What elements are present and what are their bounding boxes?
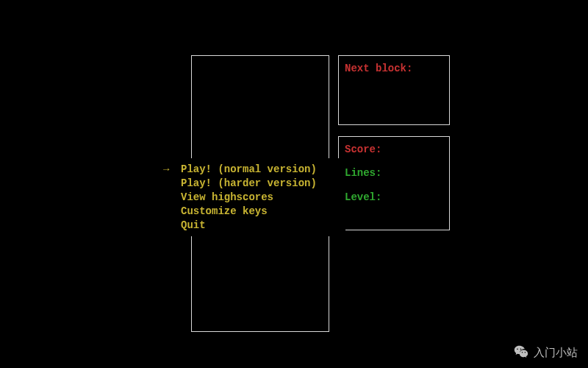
menu-item-play-normal[interactable]: → Play! (normal version) xyxy=(160,163,341,177)
menu-item-customize-keys[interactable]: → Customize keys xyxy=(160,205,341,219)
watermark-text: 入门小站 xyxy=(534,346,578,360)
menu-item-label: Play! (harder version) xyxy=(181,177,317,191)
menu-item-quit[interactable]: → Quit xyxy=(160,219,341,233)
score-label: Score: xyxy=(345,141,443,158)
next-block-label: Next block: xyxy=(345,63,412,74)
selection-arrow-icon: → xyxy=(160,163,181,177)
main-menu: → Play! (normal version) → Play! (harder… xyxy=(156,158,345,236)
menu-item-highscores[interactable]: → View highscores xyxy=(160,191,341,205)
chat-icon xyxy=(513,344,529,361)
level-label: Level: xyxy=(345,189,443,205)
next-block-panel: Next block: xyxy=(338,55,450,125)
menu-item-label: View highscores xyxy=(181,191,273,205)
menu-item-label: Play! (normal version) xyxy=(181,163,317,177)
menu-item-label: Customize keys xyxy=(181,205,268,219)
menu-item-play-harder[interactable]: → Play! (harder version) xyxy=(160,177,341,191)
lines-label: Lines: xyxy=(345,165,443,181)
menu-item-label: Quit xyxy=(181,219,206,233)
stats-panel: Score: Lines: Level: xyxy=(338,136,450,230)
watermark: 入门小站 xyxy=(513,344,578,361)
